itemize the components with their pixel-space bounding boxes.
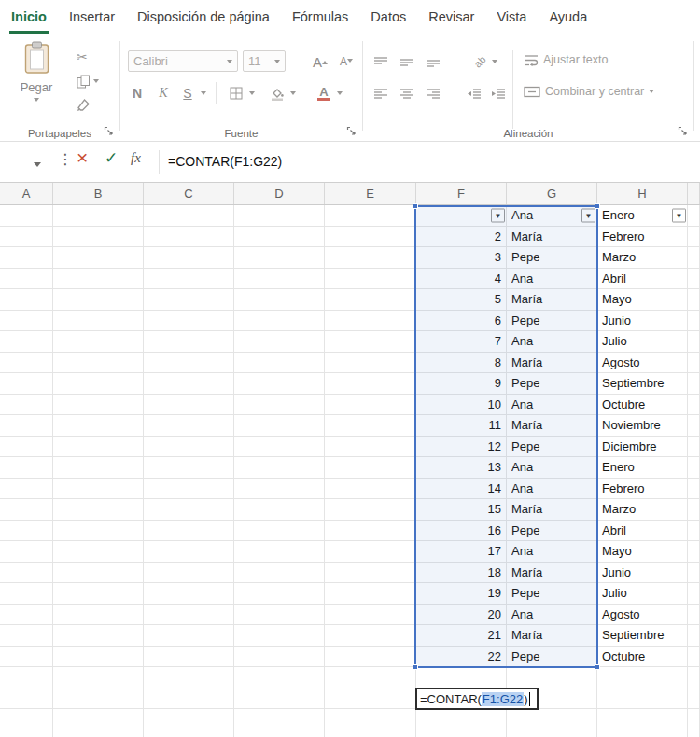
font-color-button[interactable]: A bbox=[313, 82, 335, 104]
menu-tab-inicio[interactable]: Inicio bbox=[11, 0, 47, 34]
column-header-partial[interactable] bbox=[688, 183, 700, 204]
wrap-text-button[interactable]: Ajustar texto bbox=[524, 53, 608, 66]
cell-F8[interactable]: 8 bbox=[416, 353, 507, 373]
cell-E7[interactable] bbox=[325, 331, 416, 352]
cell-D1[interactable] bbox=[234, 205, 325, 226]
menu-tab-insertar[interactable]: Insertar bbox=[69, 0, 115, 34]
cell-G25[interactable] bbox=[507, 709, 597, 730]
cell-x3[interactable] bbox=[688, 247, 700, 268]
cell-G5[interactable]: María bbox=[507, 289, 597, 310]
cell-B19[interactable] bbox=[53, 583, 144, 604]
cell-H2[interactable]: Febrero bbox=[597, 227, 688, 247]
cell-A26[interactable] bbox=[0, 730, 53, 737]
cell-x6[interactable] bbox=[688, 311, 700, 331]
cell-C12[interactable] bbox=[144, 437, 234, 457]
cell-x16[interactable] bbox=[688, 521, 700, 541]
cell-E3[interactable] bbox=[325, 247, 416, 268]
italic-button[interactable]: K bbox=[152, 82, 175, 104]
cell-H18[interactable]: Junio bbox=[597, 563, 688, 583]
cell-D2[interactable] bbox=[234, 227, 325, 247]
cell-G21[interactable]: María bbox=[507, 625, 597, 646]
cell-C14[interactable] bbox=[144, 479, 234, 499]
cell-A8[interactable] bbox=[0, 353, 53, 373]
cell-x26[interactable] bbox=[688, 730, 700, 737]
cell-B21[interactable] bbox=[53, 625, 144, 646]
cell-x10[interactable] bbox=[688, 395, 700, 415]
cell-D19[interactable] bbox=[234, 583, 325, 604]
cell-F3[interactable]: 3 bbox=[416, 247, 507, 268]
cell-H24[interactable] bbox=[597, 688, 688, 709]
cell-x13[interactable] bbox=[688, 457, 700, 478]
cell-F12[interactable]: 12 bbox=[416, 437, 507, 457]
cell-E20[interactable] bbox=[325, 605, 416, 625]
cell-B18[interactable] bbox=[53, 563, 144, 583]
cell-A18[interactable] bbox=[0, 563, 53, 583]
cell-C15[interactable] bbox=[144, 499, 234, 520]
cell-A7[interactable] bbox=[0, 331, 53, 352]
cell-H14[interactable]: Febrero bbox=[597, 479, 688, 499]
cell-A9[interactable] bbox=[0, 373, 53, 394]
column-header-C[interactable]: C bbox=[144, 183, 234, 204]
cell-E25[interactable] bbox=[325, 709, 416, 730]
cell-B26[interactable] bbox=[53, 730, 144, 737]
cell-A10[interactable] bbox=[0, 395, 53, 415]
cell-E17[interactable] bbox=[325, 541, 416, 562]
cell-H20[interactable]: Agosto bbox=[597, 605, 688, 625]
cell-G20[interactable]: Ana bbox=[507, 605, 597, 625]
cell-B1[interactable] bbox=[53, 205, 144, 226]
cell-F16[interactable]: 16 bbox=[416, 521, 507, 541]
cell-D20[interactable] bbox=[234, 605, 325, 625]
menu-tab-formulas[interactable]: Fórmulas bbox=[292, 0, 348, 34]
cell-H3[interactable]: Marzo bbox=[597, 247, 688, 268]
cell-F2[interactable]: 2 bbox=[416, 227, 507, 247]
column-header-E[interactable]: E bbox=[325, 183, 416, 204]
filter-dropdown-button[interactable]: ▼ bbox=[672, 208, 686, 222]
cell-D13[interactable] bbox=[234, 457, 325, 478]
cell-E11[interactable] bbox=[325, 415, 416, 436]
cell-A11[interactable] bbox=[0, 415, 53, 436]
cell-G4[interactable]: Ana bbox=[507, 269, 597, 289]
cell-G16[interactable]: Pepe bbox=[507, 521, 597, 541]
cell-C16[interactable] bbox=[144, 521, 234, 541]
cell-C10[interactable] bbox=[144, 395, 234, 415]
cell-F13[interactable]: 13 bbox=[416, 457, 507, 478]
cell-E16[interactable] bbox=[325, 521, 416, 541]
cancel-entry-button[interactable]: × bbox=[77, 147, 88, 167]
borders-button[interactable] bbox=[225, 82, 247, 104]
cell-A15[interactable] bbox=[0, 499, 53, 520]
cell-B2[interactable] bbox=[53, 227, 144, 247]
cell-F25[interactable] bbox=[416, 709, 507, 730]
cell-H12[interactable]: Diciembre bbox=[597, 437, 688, 457]
cell-G3[interactable]: Pepe bbox=[507, 247, 597, 268]
cell-A14[interactable] bbox=[0, 479, 53, 499]
cell-x5[interactable] bbox=[688, 289, 700, 310]
cell-E14[interactable] bbox=[325, 479, 416, 499]
cell-C17[interactable] bbox=[144, 541, 234, 562]
cell-E15[interactable] bbox=[325, 499, 416, 520]
cell-A2[interactable] bbox=[0, 227, 53, 247]
cell-G11[interactable]: María bbox=[507, 415, 597, 436]
cell-A16[interactable] bbox=[0, 521, 53, 541]
cell-B7[interactable] bbox=[53, 331, 144, 352]
cell-D21[interactable] bbox=[234, 625, 325, 646]
cell-C11[interactable] bbox=[144, 415, 234, 436]
cell-B9[interactable] bbox=[53, 373, 144, 394]
cell-G12[interactable]: Pepe bbox=[507, 437, 597, 457]
orientation-button[interactable]: ab bbox=[468, 50, 492, 73]
cell-G10[interactable]: Ana bbox=[507, 395, 597, 415]
cell-x19[interactable] bbox=[688, 583, 700, 604]
cell-C20[interactable] bbox=[144, 605, 234, 625]
menu-tab-disposicion-de-pagina[interactable]: Disposición de página bbox=[137, 0, 270, 34]
cell-E2[interactable] bbox=[325, 227, 416, 247]
cell-F21[interactable]: 21 bbox=[416, 625, 507, 646]
cell-A6[interactable] bbox=[0, 311, 53, 331]
cell-A4[interactable] bbox=[0, 269, 53, 289]
borders-dropdown-icon[interactable] bbox=[249, 91, 255, 95]
cell-H10[interactable]: Octubre bbox=[597, 395, 688, 415]
cell-C8[interactable] bbox=[144, 353, 234, 373]
font-color-dropdown-icon[interactable] bbox=[337, 91, 343, 95]
cell-H6[interactable]: Junio bbox=[597, 311, 688, 331]
cell-A19[interactable] bbox=[0, 583, 53, 604]
cell-x21[interactable] bbox=[688, 625, 700, 646]
cell-B17[interactable] bbox=[53, 541, 144, 562]
